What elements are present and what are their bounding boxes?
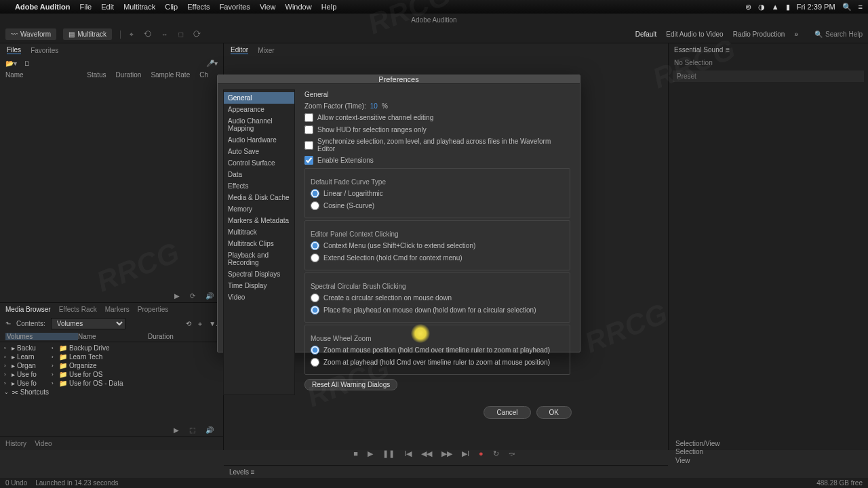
prefs-cat-markers[interactable]: Markers & Metadata xyxy=(224,215,294,226)
new-file-icon[interactable]: 🗋 xyxy=(24,60,31,67)
menu-favorites[interactable]: Favorites xyxy=(220,3,250,11)
tab-media-browser[interactable]: Media Browser xyxy=(5,306,51,313)
cancel-button[interactable]: Cancel xyxy=(484,406,530,419)
tab-favorites[interactable]: Favorites xyxy=(31,47,58,54)
tab-history[interactable]: History xyxy=(5,440,26,447)
prefs-cat-mediacache[interactable]: Media & Disk Cache xyxy=(224,192,294,203)
prefs-cat-video[interactable]: Video xyxy=(224,291,294,303)
cb-context-edit[interactable] xyxy=(304,113,313,122)
tree-item[interactable]: ⌄⫘ Shortcuts xyxy=(3,388,50,396)
prefs-cat-autosave[interactable]: Auto Save xyxy=(224,146,294,157)
radio-ctx-menu[interactable] xyxy=(311,241,319,250)
prefs-cat-multitrack[interactable]: Multitrack xyxy=(224,226,294,238)
rewind-button[interactable]: ◀◀ xyxy=(421,449,432,458)
radio-wheel-playhead[interactable] xyxy=(311,358,319,367)
prefs-cat-audiochannel[interactable]: Audio Channel Mapping xyxy=(224,115,294,134)
radio-fade-linear[interactable] xyxy=(311,189,319,198)
skip-button[interactable]: ⤼ xyxy=(509,449,515,458)
radio-wheel-mouse[interactable] xyxy=(311,346,319,354)
battery-icon[interactable]: ▮ xyxy=(786,3,790,12)
cb-extensions[interactable] xyxy=(304,156,313,165)
ok-button[interactable]: OK xyxy=(536,406,572,419)
prefs-cat-data[interactable]: Data xyxy=(224,169,294,180)
workspace-editvideo[interactable]: Edit Audio to Video xyxy=(666,30,723,38)
radio-brush-playhead[interactable] xyxy=(311,306,319,314)
menu-help[interactable]: Help xyxy=(321,3,337,11)
spotlight-icon[interactable]: 🔍 xyxy=(842,3,852,12)
clock[interactable]: Fri 2:39 PM xyxy=(797,3,835,11)
prefs-cat-audiohw[interactable]: Audio Hardware xyxy=(224,134,294,146)
ffwd-button[interactable]: ▶▶ xyxy=(441,449,452,458)
reset-warnings-button[interactable]: Reset All Warning Dialogs xyxy=(304,379,397,390)
new-icon[interactable]: ＋ xyxy=(197,319,203,329)
tab-effects-rack[interactable]: Effects Rack xyxy=(59,306,97,313)
prefs-cat-appearance[interactable]: Appearance xyxy=(224,104,294,115)
stop-button[interactable]: ■ xyxy=(353,449,358,458)
rew-start-button[interactable]: I◀ xyxy=(404,449,412,458)
prefs-cat-playback[interactable]: Playback and Recording xyxy=(224,249,294,268)
up-folder-icon[interactable]: ⬑ xyxy=(5,320,11,327)
tab-levels[interactable]: Levels xyxy=(229,468,249,476)
mic-icon[interactable]: 🎤▾ xyxy=(206,60,218,67)
tree-item[interactable]: ›▸ Use fo xyxy=(3,370,50,379)
tree-item[interactable]: ›▸ Organ xyxy=(3,361,50,370)
tree-item[interactable]: ›▸ Backu xyxy=(3,344,50,352)
tree-hdr-name[interactable]: Name xyxy=(78,333,148,340)
wifi-icon[interactable]: ▲ xyxy=(772,3,779,11)
refresh-icon[interactable]: ⟲ xyxy=(186,320,191,327)
menu-view[interactable]: View xyxy=(260,3,276,11)
tree-item[interactable]: ›📁 Organize xyxy=(50,361,220,370)
tab-mixer[interactable]: Mixer xyxy=(258,47,274,54)
cb-sync[interactable] xyxy=(304,141,313,150)
tab-video[interactable]: Video xyxy=(35,440,52,447)
radio-brush-create[interactable] xyxy=(311,293,319,302)
tab-editor[interactable]: Editor xyxy=(231,46,248,54)
menu-multitrack[interactable]: Multitrack xyxy=(123,3,155,11)
app-name[interactable]: Adobe Audition xyxy=(15,3,70,11)
radio-ctx-extend[interactable] xyxy=(311,253,319,262)
sync-icon[interactable]: ◑ xyxy=(758,3,765,12)
menu-icon[interactable]: ≡ xyxy=(859,3,863,11)
menu-effects[interactable]: Effects xyxy=(187,3,210,11)
tree-item[interactable]: ›📁 Learn Tech xyxy=(50,352,220,361)
menu-file[interactable]: File xyxy=(79,3,92,11)
cc-icon[interactable]: ⊚ xyxy=(745,3,751,12)
panel-essential-sound[interactable]: Essential Sound xyxy=(674,46,723,54)
prefs-cat-memory[interactable]: Memory xyxy=(224,203,294,215)
contents-dropdown[interactable]: Volumes xyxy=(51,318,125,329)
prefs-cat-controlsurface[interactable]: Control Surface xyxy=(224,157,294,169)
tree-item[interactable]: ›📁 Use for OS xyxy=(50,370,220,379)
waveform-mode-button[interactable]: 〰 Waveform xyxy=(5,28,56,40)
cb-hud[interactable] xyxy=(304,125,313,134)
workspace-more-icon[interactable]: » xyxy=(794,30,798,38)
prefs-cat-time[interactable]: Time Display xyxy=(224,280,294,291)
tree-hdr-duration[interactable]: Duration xyxy=(148,333,218,340)
prefs-cat-general[interactable]: General xyxy=(224,92,294,104)
files-footer-icons[interactable]: ▶ ⟳ 🔊 xyxy=(0,289,223,302)
toolbar-icon-group[interactable]: ⌖ ⟲ ↔ ⬚ ⟳ xyxy=(130,30,205,39)
tree-item[interactable]: ›▸ Use fo xyxy=(3,379,50,388)
record-button[interactable]: ● xyxy=(479,449,484,458)
menu-edit[interactable]: Edit xyxy=(101,3,114,11)
open-folder-icon[interactable]: 📂▾ xyxy=(5,60,17,67)
tree-item[interactable]: ›▸ Learn xyxy=(3,352,50,361)
tree-item[interactable]: ›📁 Use for OS - Data xyxy=(50,379,220,388)
col-duration[interactable]: Duration xyxy=(116,71,142,79)
col-status[interactable]: Status xyxy=(87,71,106,79)
tab-files[interactable]: Files xyxy=(7,46,21,54)
menu-window[interactable]: Window xyxy=(285,3,312,11)
prefs-cat-mtclips[interactable]: Multitrack Clips xyxy=(224,238,294,249)
tree-item[interactable]: ›📁 Backup Drive xyxy=(50,344,220,352)
radio-fade-cosine[interactable] xyxy=(311,201,319,210)
mb-footer-icons[interactable]: ▶ ⬚ 🔊 xyxy=(0,424,223,436)
tab-markers[interactable]: Markers xyxy=(105,306,130,313)
col-samplerate[interactable]: Sample Rate xyxy=(151,71,190,79)
fwd-end-button[interactable]: ▶I xyxy=(462,449,469,458)
loop-button[interactable]: ↻ xyxy=(493,449,499,458)
preset-row[interactable]: Preset xyxy=(673,70,864,82)
col-ch[interactable]: Ch xyxy=(199,71,208,79)
workspace-radio[interactable]: Radio Production xyxy=(733,30,785,38)
workspace-default[interactable]: Default xyxy=(635,30,657,38)
col-name[interactable]: Name xyxy=(5,71,77,79)
play-button[interactable]: ▶ xyxy=(368,449,373,458)
